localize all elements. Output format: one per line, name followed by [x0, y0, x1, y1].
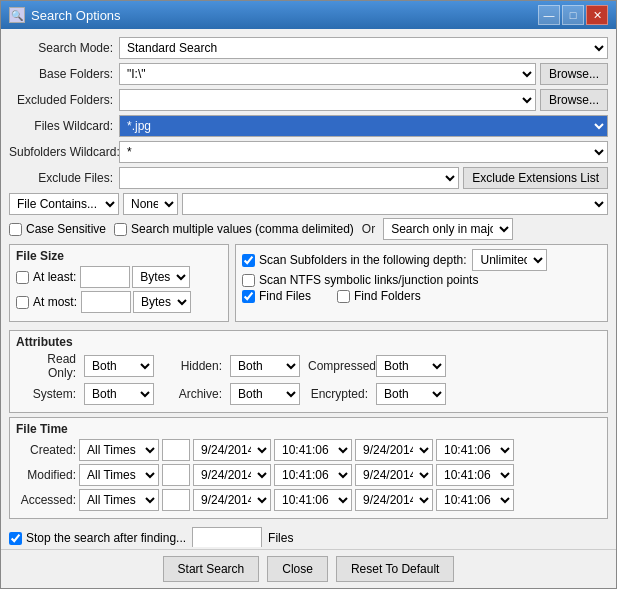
minimize-button[interactable]: — [538, 5, 560, 25]
stop-search-row: Stop the search after finding... 10000 F… [9, 523, 608, 547]
file-size-title: File Size [16, 249, 222, 263]
encrypted-select[interactable]: Both [376, 383, 446, 405]
hidden-select[interactable]: Both [230, 355, 300, 377]
stop-search-input[interactable]: 10000 [192, 527, 262, 547]
accessed-row: Accessed: All Times 1 9/24/2014 10:41:06… [16, 489, 601, 511]
excluded-folders-label: Excluded Folders: [9, 93, 119, 107]
file-contains-type-select[interactable]: File Contains... [9, 193, 119, 215]
accessed-time1-select[interactable]: 10:41:06 P [274, 489, 352, 511]
archive-label: Archive: [162, 387, 222, 401]
title-bar-left: 🔍 Search Options [9, 7, 121, 23]
compressed-select[interactable]: Both [376, 355, 446, 377]
at-least-label[interactable]: At least: [16, 270, 76, 284]
at-most-unit-select[interactable]: Bytes [133, 291, 191, 313]
accessed-date2-select[interactable]: 9/24/2014 [355, 489, 433, 511]
exclude-ext-list-button[interactable]: Exclude Extensions List [463, 167, 608, 189]
created-date2-select[interactable]: 9/24/2014 [355, 439, 433, 461]
scan-options-section: Scan Subfolders in the following depth: … [235, 244, 608, 322]
search-options-window: 🔍 Search Options — □ ✕ Search Mode: Stan… [0, 0, 617, 589]
find-files-checkbox[interactable] [242, 290, 255, 303]
modified-date2-select[interactable]: 9/24/2014 [355, 464, 433, 486]
depth-select[interactable]: Unlimited [472, 249, 547, 271]
file-size-section: File Size At least: 0 Bytes At most: [9, 244, 229, 322]
system-label: System: [16, 387, 76, 401]
find-files-label[interactable]: Find Files [242, 289, 311, 303]
scan-subfolders-checkbox[interactable] [242, 254, 255, 267]
accessed-date1-select[interactable]: 9/24/2014 [193, 489, 271, 511]
archive-select[interactable]: Both [230, 383, 300, 405]
at-least-row: At least: 0 Bytes [16, 266, 222, 288]
exclude-files-label: Exclude Files: [9, 171, 119, 185]
search-mode-select[interactable]: Standard Search [119, 37, 608, 59]
base-folders-label: Base Folders: [9, 67, 119, 81]
stop-search-label[interactable]: Stop the search after finding... [9, 531, 186, 545]
close-window-button[interactable]: ✕ [586, 5, 608, 25]
stop-search-checkbox[interactable] [9, 532, 22, 545]
read-only-select[interactable]: Both [84, 355, 154, 377]
ntfs-links-row: Scan NTFS symbolic links/junction points [242, 273, 601, 287]
excluded-folders-select[interactable] [119, 89, 536, 111]
created-label: Created: [16, 443, 76, 457]
system-select[interactable]: Both [84, 383, 154, 405]
base-folders-select[interactable]: "I:\" [119, 63, 536, 85]
file-contains-value-select[interactable] [182, 193, 608, 215]
start-search-button[interactable]: Start Search [163, 556, 260, 582]
files-label: Files [268, 531, 293, 545]
at-least-input[interactable]: 0 [80, 266, 130, 288]
reset-button[interactable]: Reset To Default [336, 556, 455, 582]
scan-subfolders-label[interactable]: Scan Subfolders in the following depth: [242, 253, 466, 267]
created-type-select[interactable]: All Times [79, 439, 159, 461]
accessed-time2-select[interactable]: 10:41:06 P [436, 489, 514, 511]
scan-subfolders-row: Scan Subfolders in the following depth: … [242, 249, 601, 271]
at-most-row: At most: 1000 Bytes [16, 291, 222, 313]
encrypted-label: Encrypted: [308, 387, 368, 401]
modified-row: Modified: All Times 1 9/24/2014 10:41:06… [16, 464, 601, 486]
search-major-select[interactable]: Search only in major stre. [383, 218, 513, 240]
search-multiple-checkbox[interactable] [114, 223, 127, 236]
file-contains-row: File Contains... None [9, 193, 608, 215]
content-area: Search Mode: Standard Search Base Folder… [1, 29, 616, 547]
base-folders-browse-button[interactable]: Browse... [540, 63, 608, 85]
at-least-checkbox[interactable] [16, 271, 29, 284]
ntfs-links-label[interactable]: Scan NTFS symbolic links/junction points [242, 273, 478, 287]
at-least-unit-select[interactable]: Bytes [132, 266, 190, 288]
find-folders-label[interactable]: Find Folders [337, 289, 421, 303]
case-sensitive-checkbox[interactable] [9, 223, 22, 236]
modified-time1-select[interactable]: 10:41:06 P [274, 464, 352, 486]
file-contains-match-select[interactable]: None [123, 193, 178, 215]
attributes-section: Attributes Read Only: Both Hidden: Both … [9, 330, 608, 413]
modified-time2-select[interactable]: 10:41:06 P [436, 464, 514, 486]
modified-label: Modified: [16, 468, 76, 482]
created-num-input[interactable]: 1 [162, 439, 190, 461]
bottom-buttons: Start Search Close Reset To Default [1, 549, 616, 588]
created-time2-select[interactable]: 10:41:06 P [436, 439, 514, 461]
ntfs-links-checkbox[interactable] [242, 274, 255, 287]
file-time-title: File Time [16, 422, 601, 436]
accessed-num-input[interactable]: 1 [162, 489, 190, 511]
files-wildcard-select[interactable]: *.jpg [119, 115, 608, 137]
window-title: Search Options [31, 8, 121, 23]
modified-num-input[interactable]: 1 [162, 464, 190, 486]
at-most-label[interactable]: At most: [16, 295, 77, 309]
exclude-files-select[interactable] [119, 167, 459, 189]
exclude-files-row: Exclude Files: Exclude Extensions List [9, 167, 608, 189]
modified-type-select[interactable]: All Times [79, 464, 159, 486]
maximize-button[interactable]: □ [562, 5, 584, 25]
find-files-row: Find Files Find Folders [242, 289, 601, 303]
accessed-type-select[interactable]: All Times [79, 489, 159, 511]
find-folders-checkbox[interactable] [337, 290, 350, 303]
subfolders-wildcard-select[interactable]: * [119, 141, 608, 163]
case-sensitive-label[interactable]: Case Sensitive [9, 222, 106, 236]
created-date1-select[interactable]: 9/24/2014 [193, 439, 271, 461]
at-most-input[interactable]: 1000 [81, 291, 131, 313]
excluded-folders-browse-button[interactable]: Browse... [540, 89, 608, 111]
files-wildcard-row: Files Wildcard: *.jpg [9, 115, 608, 137]
at-most-checkbox[interactable] [16, 296, 29, 309]
search-multiple-label[interactable]: Search multiple values (comma delimited) [114, 222, 354, 236]
close-button[interactable]: Close [267, 556, 328, 582]
subfolders-wildcard-row: Subfolders Wildcard: * [9, 141, 608, 163]
modified-date1-select[interactable]: 9/24/2014 [193, 464, 271, 486]
created-row: Created: All Times 1 9/24/2014 10:41:06 … [16, 439, 601, 461]
title-controls: — □ ✕ [538, 5, 608, 25]
created-time1-select[interactable]: 10:41:06 P [274, 439, 352, 461]
